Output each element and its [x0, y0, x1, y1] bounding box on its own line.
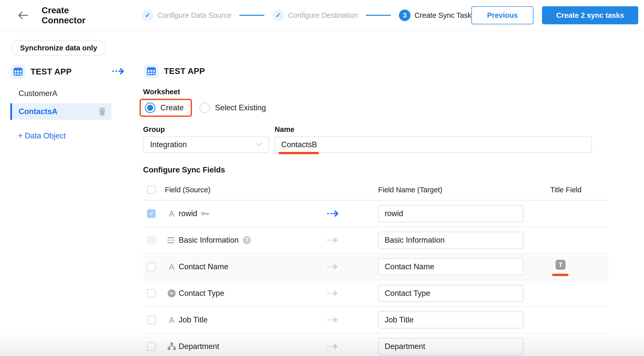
mapping-arrow-icon — [327, 317, 337, 323]
step-label: Configure Data Source — [157, 11, 231, 20]
field-target-input[interactable] — [378, 205, 523, 222]
table-app-icon — [11, 65, 25, 79]
mapping-arrow-active-icon — [327, 210, 338, 217]
table-app-icon — [144, 64, 158, 78]
target-input-wrap — [378, 311, 523, 328]
column-header-target: Field Name (Target) — [378, 186, 442, 194]
row-checkbox[interactable] — [147, 289, 156, 298]
select-field-type-icon — [166, 289, 177, 298]
text-field-type-icon: A — [166, 315, 177, 325]
table-row-contact-type: Contact Type — [143, 280, 608, 307]
field-source-label: Basic Information — [179, 236, 239, 245]
destination-app-row: TEST APP — [144, 64, 205, 78]
create-radio[interactable] — [145, 103, 155, 113]
step-configure-destination: ✓ Configure Destination — [272, 10, 358, 21]
annotation-underline — [279, 152, 319, 154]
field-target-input[interactable] — [378, 285, 523, 302]
group-select[interactable]: Integration — [143, 136, 269, 153]
delete-object-button[interactable] — [98, 107, 106, 116]
wizard-stepper: ✓ Configure Data Source ✓ Configure Dest… — [142, 10, 471, 21]
sidebar-item-label: ContactsA — [19, 107, 57, 116]
header-actions: Previous Create 2 sync tasks — [471, 6, 638, 24]
annotation-underline — [552, 274, 568, 276]
field-target-input[interactable] — [378, 311, 523, 328]
mapping-arrow-icon — [327, 344, 337, 349]
table-header-row: Field (Source) Field Name (Target) Title… — [143, 180, 608, 201]
previous-button[interactable]: Previous — [471, 6, 533, 24]
configure-sync-fields-label: Configure Sync Fields — [143, 165, 225, 174]
sidebar-item-contactsa[interactable]: ContactsA — [10, 103, 112, 120]
table-row-department: Department — [143, 333, 608, 356]
department-field-type-icon — [166, 342, 177, 351]
create-radio-highlight-box: Create — [140, 99, 192, 117]
field-source-label: Contact Type — [179, 289, 224, 298]
row-checkbox[interactable] — [147, 316, 156, 324]
page-title: Create Connector — [42, 5, 108, 25]
row-checkbox-disabled — [147, 236, 156, 244]
group-label: Group — [143, 125, 165, 134]
field-target-input[interactable] — [378, 232, 523, 249]
row-checkbox-checked: ✓ — [147, 209, 156, 218]
field-source-label: Contact Name — [179, 262, 228, 271]
select-existing-radio-label[interactable]: Select Existing — [215, 103, 266, 112]
header: Create Connector ✓ Configure Data Source… — [0, 0, 644, 31]
main-panel: TEST APP Worksheet Create Select Existin… — [143, 31, 644, 356]
create-sync-tasks-button[interactable]: Create 2 sync tasks — [542, 6, 638, 24]
name-input-wrap — [275, 136, 592, 153]
step-connector-line — [366, 15, 391, 16]
sidebar-app-name: TEST APP — [31, 67, 72, 76]
help-icon[interactable]: ? — [243, 236, 251, 244]
field-target-input[interactable] — [378, 338, 523, 355]
trash-icon — [98, 107, 106, 116]
column-header-title-field: Title Field — [550, 186, 582, 194]
field-target-input[interactable] — [378, 258, 523, 275]
table-row-contact-name: A Contact Name T — [143, 254, 608, 280]
select-all-checkbox[interactable] — [147, 186, 156, 194]
row-checkbox[interactable] — [147, 262, 156, 271]
table-row-job-title: A Job Title — [143, 307, 608, 333]
step-done-check-icon: ✓ — [272, 10, 284, 21]
create-radio-label[interactable]: Create — [160, 103, 184, 112]
select-existing-option: Select Existing — [199, 103, 266, 113]
step-label: Create Sync Task — [414, 11, 471, 20]
sidebar: Synchronize data only TEST APP — [0, 31, 127, 356]
worksheet-name-input[interactable] — [275, 136, 592, 153]
target-input-wrap — [378, 205, 523, 222]
select-existing-radio[interactable] — [199, 103, 210, 113]
sidebar-item-customera[interactable]: CustomerA — [19, 85, 57, 102]
table-row-basic-information: Basic Information ? — [143, 227, 608, 254]
step-done-check-icon: ✓ — [142, 10, 153, 21]
chevron-down-icon — [256, 143, 262, 147]
step-label: Configure Destination — [288, 11, 358, 20]
target-input-wrap — [378, 338, 523, 355]
section-field-type-icon — [166, 237, 177, 243]
title-field-badge[interactable]: T — [556, 260, 566, 270]
selected-indicator-bar — [10, 103, 12, 120]
sync-fields-table: Field (Source) Field Name (Target) Title… — [143, 180, 608, 356]
target-input-wrap — [378, 258, 523, 275]
field-source-label: Department — [179, 342, 219, 351]
create-connector-page: Create Connector ✓ Configure Data Source… — [0, 0, 644, 356]
step-configure-data-source: ✓ Configure Data Source — [142, 10, 231, 21]
back-button[interactable] — [18, 11, 29, 19]
sync-direction-arrow-icon — [112, 68, 124, 75]
step-connector-line — [239, 15, 264, 16]
destination-app-name: TEST APP — [164, 66, 205, 76]
mapping-arrow-icon — [327, 291, 337, 296]
worksheet-radio-group: Create Select Existing — [140, 99, 266, 117]
row-checkbox[interactable] — [147, 342, 156, 351]
worksheet-label: Worksheet — [143, 88, 180, 96]
sidebar-app-row: TEST APP — [11, 65, 124, 79]
add-data-object-button[interactable]: + Data Object — [18, 131, 66, 140]
step-create-sync-task: 3 Create Sync Task — [399, 10, 471, 21]
step-number: 3 — [399, 10, 410, 21]
text-field-type-icon: A — [166, 262, 177, 272]
target-input-wrap — [378, 232, 523, 249]
group-select-value: Integration — [150, 140, 187, 149]
table-row-rowid: ✓ A rowid — [143, 201, 608, 227]
sync-mode-pill: Synchronize data only — [11, 40, 106, 56]
field-source-label: rowid — [179, 209, 197, 218]
column-header-source: Field (Source) — [165, 186, 210, 194]
field-source-label: Job Title — [179, 315, 207, 324]
name-label: Name — [275, 125, 294, 134]
